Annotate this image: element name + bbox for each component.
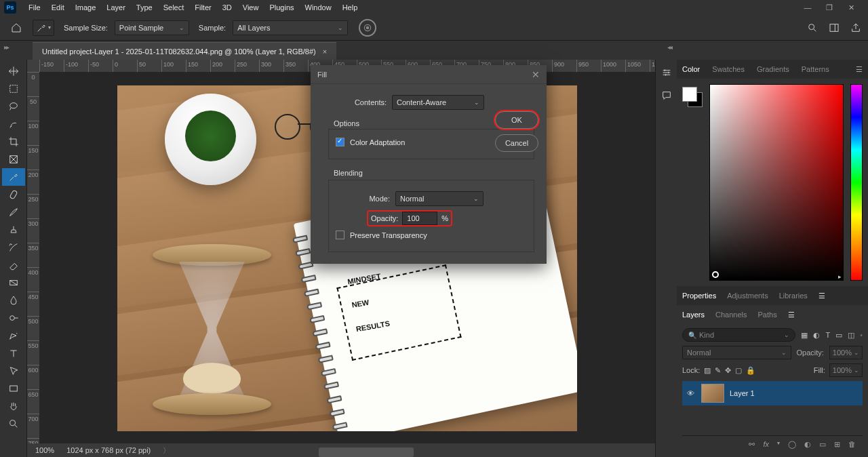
dialog-close-icon[interactable]: ✕ (532, 69, 540, 80)
lock-position-icon[interactable]: ✥ (725, 366, 731, 375)
share-icon[interactable] (850, 22, 861, 33)
color-adapt-checkbox[interactable] (336, 138, 344, 146)
tab-gradients[interactable]: Gradients (757, 65, 789, 73)
mode-dropdown[interactable]: Normal⌄ (395, 191, 484, 206)
sample-ring-icon[interactable] (359, 19, 376, 37)
filter-type-icon[interactable]: T (825, 331, 830, 340)
document-tab[interactable]: Untitled project-Layer 1 - 2025-01-11T08… (33, 42, 336, 60)
layer-opacity-dropdown[interactable]: 100%⌄ (829, 346, 863, 359)
dlg-opacity-input[interactable]: 100 (402, 212, 437, 225)
layer-thumbnail[interactable] (701, 384, 724, 403)
layer-name[interactable]: Layer 1 (730, 389, 755, 397)
layer-fill-dropdown[interactable]: 100%⌄ (829, 363, 863, 377)
workspace-icon[interactable] (829, 22, 840, 33)
fx-icon[interactable]: fx (763, 440, 769, 449)
menu-file[interactable]: File (23, 1, 46, 14)
blend-mode-dropdown[interactable]: Normal⌄ (682, 346, 791, 359)
menu-window[interactable]: Window (300, 1, 337, 14)
group-icon[interactable]: ▭ (819, 440, 826, 449)
lasso-tool[interactable] (2, 98, 25, 115)
crop-tool[interactable] (2, 133, 25, 151)
trash-icon[interactable]: 🗑 (848, 440, 856, 449)
layer-filter-search[interactable]: 🔍Kind⌄ (682, 328, 795, 342)
hand-tool[interactable] (2, 397, 25, 415)
search-icon[interactable] (807, 22, 818, 33)
restore-icon[interactable]: ❐ (825, 3, 834, 12)
menu-filter[interactable]: Filter (189, 1, 216, 14)
filter-pixel-icon[interactable]: ▦ (801, 331, 808, 340)
close-window-icon[interactable]: ✕ (846, 3, 856, 12)
lock-transparent-icon[interactable]: ▨ (704, 366, 711, 375)
tab-swatches[interactable]: Swatches (712, 65, 745, 73)
tab-paths[interactable]: Paths (758, 311, 777, 319)
menu-image[interactable]: Image (70, 1, 102, 14)
horizontal-scrollbar[interactable] (319, 448, 414, 457)
zoom-tool[interactable] (2, 415, 25, 433)
lock-artboard-icon[interactable]: ▢ (735, 366, 742, 375)
filter-smart-icon[interactable]: ◫ (848, 331, 854, 340)
blur-tool[interactable] (2, 292, 25, 309)
tab-patterns[interactable]: Patterns (802, 65, 829, 73)
panel-menu-icon-2[interactable]: ☰ (818, 292, 825, 300)
close-tab-icon[interactable]: × (323, 47, 327, 56)
layer-row[interactable]: 👁 Layer 1 (682, 381, 863, 405)
new-layer-icon[interactable]: ⊞ (834, 440, 840, 449)
sample-dropdown[interactable]: All Layers⌄ (233, 20, 348, 35)
adjustment-icon[interactable]: ◐ (804, 440, 811, 449)
panel-slider-icon[interactable] (659, 65, 674, 80)
frame-tool[interactable] (2, 151, 25, 168)
hue-slider[interactable] (850, 84, 863, 281)
menu-type[interactable]: Type (131, 1, 158, 14)
menu-help[interactable]: Help (337, 1, 363, 14)
quick-select-tool[interactable] (2, 115, 25, 133)
tab-libraries[interactable]: Libraries (779, 292, 808, 300)
mask-icon[interactable]: ◯ (788, 440, 796, 449)
history-brush-tool[interactable] (2, 239, 25, 256)
visibility-icon[interactable]: 👁 (685, 389, 696, 397)
doc-info[interactable]: 1024 px x 768 px (72 ppi) (66, 446, 151, 454)
filter-toggle-icon[interactable]: • (860, 331, 863, 340)
home-icon[interactable] (7, 18, 26, 37)
marquee-tool[interactable] (2, 80, 25, 98)
sample-size-dropdown[interactable]: Point Sample⌄ (115, 20, 189, 35)
cancel-button[interactable]: Cancel (495, 134, 538, 152)
ruler-origin[interactable] (27, 60, 39, 72)
tool-preset-eyedropper[interactable]: ▾ (33, 20, 54, 36)
preserve-transparency-checkbox[interactable] (336, 231, 344, 239)
healing-brush-tool[interactable] (2, 186, 25, 203)
menu-edit[interactable]: Edit (46, 1, 70, 14)
clone-stamp-tool[interactable] (2, 221, 25, 239)
lock-all-icon[interactable]: 🔒 (746, 366, 755, 375)
panel-comment-icon[interactable] (659, 88, 674, 103)
filter-shape-icon[interactable]: ▭ (835, 331, 842, 340)
menu-select[interactable]: Select (158, 1, 190, 14)
eyedropper-tool[interactable] (2, 168, 25, 186)
ok-button[interactable]: OK (495, 111, 538, 129)
minimize-icon[interactable]: — (803, 3, 812, 12)
brush-tool[interactable] (2, 203, 25, 221)
menu-view[interactable]: View (237, 1, 264, 14)
foreground-background-swatch[interactable] (682, 87, 703, 107)
color-field[interactable]: ▸ (709, 84, 844, 281)
menu-plugins[interactable]: Plugins (264, 1, 299, 14)
tab-properties[interactable]: Properties (682, 292, 716, 300)
eraser-tool[interactable] (2, 256, 25, 274)
lock-brush-icon[interactable]: ✎ (715, 366, 721, 375)
dodge-tool[interactable] (2, 309, 25, 327)
collapse-left-icon[interactable]: ▸▸ (4, 43, 8, 51)
move-tool[interactable] (2, 62, 25, 80)
collapse-right-icon[interactable]: ◂◂ (667, 43, 671, 51)
contents-dropdown[interactable]: Content-Aware⌄ (392, 95, 484, 110)
path-select-tool[interactable] (2, 362, 25, 380)
panel-menu-icon-3[interactable]: ☰ (788, 311, 795, 319)
menu-layer[interactable]: Layer (101, 1, 131, 14)
tab-color[interactable]: Color (682, 65, 700, 73)
tab-channels[interactable]: Channels (715, 311, 747, 319)
panel-menu-icon[interactable]: ☰ (856, 65, 863, 74)
ruler-vertical[interactable]: 0501001502002503003504004505005506006507… (27, 72, 39, 457)
menu-3d[interactable]: 3D (217, 1, 237, 14)
tab-adjustments[interactable]: Adjustments (727, 292, 768, 300)
type-tool[interactable] (2, 344, 25, 362)
rectangle-tool[interactable] (2, 380, 25, 397)
gradient-tool[interactable] (2, 274, 25, 292)
